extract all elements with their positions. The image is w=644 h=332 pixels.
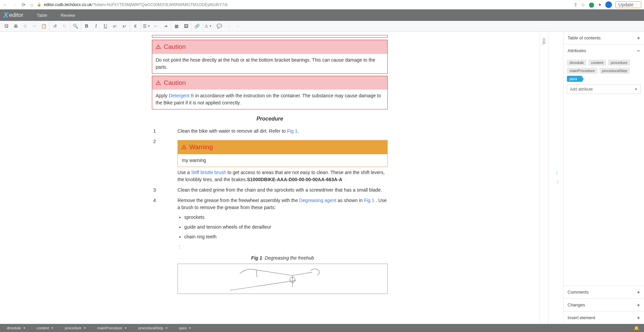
breadcrumb-tag[interactable]: mainProcedure (567, 68, 598, 74)
xml-tab[interactable]: XML (540, 32, 548, 324)
figure-caption[interactable]: Fig 1 Degreasing the freehub (178, 255, 388, 262)
breadcrumb-item[interactable]: proceduralStep▼ (133, 326, 174, 330)
menu-review[interactable]: Review (61, 13, 75, 18)
admonition-icon[interactable]: ⚠▼ (203, 22, 213, 31)
cut-icon: ✂ (30, 22, 39, 31)
browser-chrome: ← → ⟳ ⌂ 🔒 editor.csdb.techdocx.co.uk/?to… (0, 0, 644, 9)
warning-triangle-icon (156, 44, 161, 49)
app-logo[interactable]: Xeditor (3, 11, 23, 20)
link-icon[interactable]: 🔗 (192, 22, 202, 31)
chevron-left-icon[interactable]: 〈 (552, 169, 559, 178)
subscript-icon[interactable]: x2 (110, 22, 120, 31)
toolbar: 🖫 🖶 ⧉ ✂ 📋 ↺ ↻ 🔍 B I U x2 x2 € ☰▼ ⇤ ⇥ ▦ 🖼… (0, 21, 644, 32)
caution-body[interactable]: Do not point the hose directly at the hu… (152, 54, 387, 73)
chevron-right-icon[interactable]: 〉 (555, 178, 562, 187)
outdent-icon: ⇤ (151, 22, 161, 31)
update-button[interactable]: Update ⋮ (615, 1, 641, 8)
save-icon[interactable]: 🖫 (1, 22, 11, 31)
plus-icon[interactable]: + (637, 315, 640, 321)
plus-icon[interactable]: + (637, 35, 640, 41)
degreasing-link[interactable]: Degreasing agent (299, 198, 336, 203)
address-bar[interactable]: 🔒 editor.csdb.techdocx.co.uk/?token=NzFk… (37, 2, 569, 7)
dm-code[interactable]: S1000DBIKE-AAA-D00-00-00-00AA-663A-A (247, 177, 342, 182)
panel-nav: 〈 〉 (548, 32, 563, 324)
extensions-icon[interactable]: ✦ (598, 2, 602, 7)
caution-box-1[interactable]: Caution Do not point the hose directly a… (152, 40, 388, 74)
changes-panel-header[interactable]: Changes+ (564, 299, 644, 311)
insert-element-panel-header[interactable]: Insert element+ (564, 311, 644, 324)
attributes-panel-header[interactable]: Attributes− (564, 44, 644, 57)
caution-body[interactable]: Apply Detergent B in accordance with the… (152, 90, 387, 109)
indent-icon[interactable]: ⇥ (161, 22, 170, 31)
image-icon[interactable]: 🖼 (181, 22, 191, 31)
svg-point-1 (158, 48, 158, 48)
bottom-breadcrumb: dmodule▼ content▼ procedure▼ mainProcedu… (0, 324, 644, 332)
breadcrumb-tag[interactable]: proceduralStep (600, 68, 630, 74)
breadcrumb-item[interactable]: dmodule▼ (1, 326, 31, 330)
breadcrumb-tag[interactable]: procedure (608, 60, 630, 66)
drag-handle-icon[interactable]: ⋮ (178, 244, 388, 250)
list-item[interactable]: sprockets (184, 214, 388, 221)
list-item[interactable]: guide and tension wheels of the deraille… (184, 224, 388, 231)
caution-box-2[interactable]: Caution Apply Detergent B in accordance … (152, 76, 388, 110)
list-icon[interactable]: ☰▼ (142, 22, 151, 31)
bookmark-icon[interactable]: ☆ (581, 2, 585, 7)
procedural-step[interactable]: 4 Remove the grease from the freewheel a… (152, 197, 388, 294)
figure-image[interactable] (178, 264, 388, 294)
add-attribute-dropdown[interactable]: Add attribute▼ (567, 85, 641, 94)
share-icon[interactable]: ⇪ (574, 2, 578, 7)
procedural-step[interactable]: 1 Clean the bike with water to remove al… (152, 128, 388, 135)
breadcrumb-tag-active[interactable]: para (567, 76, 582, 82)
back-icon[interactable]: ← (3, 2, 7, 7)
breadcrumb-item[interactable]: para▼ (174, 326, 197, 330)
breadcrumb-item[interactable]: mainProcedure▼ (92, 326, 133, 330)
lock-icon: 🔒 (37, 3, 41, 6)
underline-icon[interactable]: U (101, 22, 110, 31)
italic-icon[interactable]: I (91, 22, 101, 31)
breadcrumb-tag[interactable]: content (588, 60, 606, 66)
print-icon[interactable]: 🖶 (11, 22, 20, 31)
prev-comment-icon: ← (233, 22, 243, 31)
profile-avatar[interactable]: J (605, 1, 612, 8)
detergent-link[interactable]: Detergent B (169, 93, 194, 98)
editor-area[interactable]: Caution Do not point the hose directly a… (0, 32, 540, 324)
fig-link[interactable]: Fig 1 (287, 128, 297, 134)
comment-icon[interactable]: 💬 (215, 22, 224, 31)
symbol-icon[interactable]: € (131, 22, 140, 31)
warning-triangle-icon (181, 144, 187, 150)
next-comment-icon: → (224, 22, 233, 31)
minus-icon[interactable]: − (637, 48, 640, 54)
comments-panel-header[interactable]: Comments+ (564, 286, 644, 298)
truncated-admonition[interactable] (152, 35, 388, 38)
breadcrumb-item[interactable]: procedure▼ (59, 326, 92, 330)
search-icon[interactable]: 🔍 (71, 22, 80, 31)
extension1-icon[interactable]: ⬤ (589, 2, 594, 8)
plus-icon[interactable]: + (637, 289, 640, 295)
table-icon[interactable]: ▦ (172, 22, 181, 31)
fig-link[interactable]: Fig 1 (364, 198, 374, 203)
breadcrumb-item[interactable]: content▼ (31, 326, 59, 330)
brush-link[interactable]: Stiff bristle brush (191, 170, 226, 175)
procedure-heading: Procedure (152, 115, 388, 123)
notifications-icon[interactable]: 🔔 (631, 326, 643, 331)
procedural-step[interactable]: 2 Warning my warning Use a Stiff bristle… (152, 138, 388, 183)
app-header: Xeditor Table Review (0, 9, 644, 21)
toc-panel-header[interactable]: Table of contents+ (564, 32, 644, 44)
home-icon[interactable]: ⌂ (30, 2, 33, 7)
warning-box[interactable]: Warning my warning (178, 140, 388, 167)
breadcrumb-tag[interactable]: dmodule (567, 60, 586, 66)
menu-table[interactable]: Table (37, 13, 47, 18)
superscript-icon[interactable]: x2 (120, 22, 129, 31)
chevron-down-icon: ▼ (635, 88, 638, 91)
reload-icon[interactable]: ⟳ (22, 2, 26, 7)
forward-icon[interactable]: → (12, 2, 17, 7)
procedural-step[interactable]: 3 Clean the caked grime from the chain a… (152, 187, 388, 194)
bold-icon[interactable]: B (82, 22, 91, 31)
undo-icon[interactable]: ↺ (50, 22, 60, 31)
warning-triangle-icon (156, 80, 161, 86)
list-item[interactable]: chain ring teeth (184, 233, 388, 240)
plus-icon[interactable]: + (637, 302, 640, 308)
copy-icon: ⧉ (20, 22, 30, 31)
paste-icon[interactable]: 📋 (39, 22, 49, 31)
right-panel: Table of contents+ Attributes− dmodule c… (563, 32, 644, 324)
